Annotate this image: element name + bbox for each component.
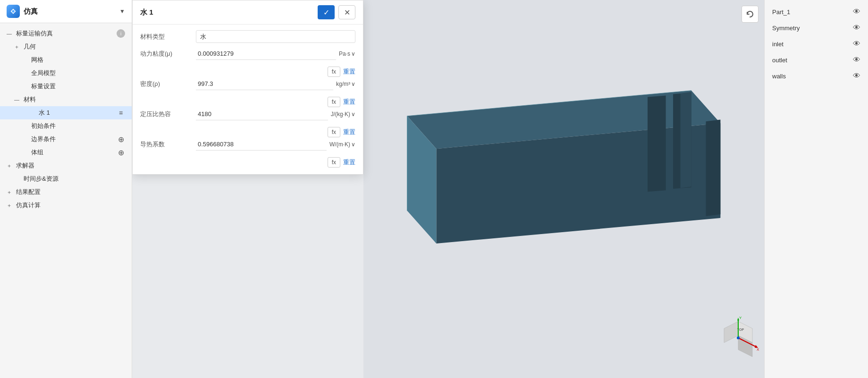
density-reset-button[interactable]: 重置 <box>343 98 355 106</box>
add-icon[interactable]: ⊕ <box>117 135 125 143</box>
axes-widget: TOP Y X <box>717 317 759 359</box>
sidebar-item-label: 边界条件 <box>31 135 115 143</box>
sidebar-item-label: 求解器 <box>16 161 125 170</box>
density-fx-button[interactable]: fx <box>328 97 340 107</box>
specific-heat-fx-button[interactable]: fx <box>328 127 340 137</box>
sidebar-item-result-config[interactable]: ＋ 结果配置 <box>0 185 132 199</box>
sidebar-item-sim-calc[interactable]: ＋ 仿真计算 <box>0 199 132 212</box>
sidebar-item-scalar-settings[interactable]: 标量设置 <box>0 80 132 93</box>
sidebar-item-materials[interactable]: — 材料 <box>0 93 132 106</box>
material-dialog: 水 1 ✓ ✕ 材料类型 水 动力粘度(μ) <box>132 0 363 175</box>
sidebar-item-global-model[interactable]: 全局模型 <box>0 67 132 80</box>
dialog-title: 水 1 <box>140 8 314 17</box>
density-input[interactable] <box>196 78 333 90</box>
svg-marker-7 <box>706 119 721 216</box>
sidebar-item-mesh[interactable]: 网格 <box>0 53 132 67</box>
minus-icon: — <box>14 97 21 102</box>
sidebar-item-water1[interactable]: 水 1 ≡ <box>0 106 132 119</box>
right-panel: Part_1 👁 Symmetry 👁 inlet 👁 outlet 👁 wal… <box>764 0 868 378</box>
visibility-icon-inlet[interactable]: 👁 <box>853 40 860 48</box>
plus-icon: ＋ <box>14 43 21 50</box>
plus-icon: ＋ <box>7 202 13 209</box>
sidebar-item-label: 仿真计算 <box>16 201 125 210</box>
viewport-3d[interactable]: TOP Y X <box>363 0 764 378</box>
plus-icon: ＋ <box>7 189 13 196</box>
material-type-select[interactable]: 水 <box>196 30 355 43</box>
sidebar-item-badge: i <box>117 29 125 38</box>
sidebar-item-label: 标量运输仿真 <box>16 29 115 38</box>
material-type-label: 材料类型 <box>140 33 192 41</box>
thermal-conductivity-reset-button[interactable]: 重置 <box>343 158 355 167</box>
app-icon <box>7 5 20 18</box>
sidebar-item-label: 水 1 <box>39 109 115 117</box>
right-item-label: inlet <box>772 41 849 48</box>
viscosity-unit[interactable]: Pa·s ∨ <box>339 50 355 57</box>
viscosity-control: Pa·s ∨ <box>196 48 355 60</box>
visibility-icon-outlet[interactable]: 👁 <box>853 56 860 64</box>
thermal-conductivity-unit[interactable]: W/(m·K) ∨ <box>329 141 355 148</box>
sidebar: 仿真 ▼ — 标量运输仿真 i ＋ 几何 网格 全局模型 标量设置 <box>0 0 132 378</box>
thermal-conductivity-fx-button[interactable]: fx <box>328 157 340 168</box>
sidebar-item-solver[interactable]: ＋ 求解器 <box>0 159 132 172</box>
viscosity-label: 动力粘度(μ) <box>140 50 192 58</box>
visibility-icon-part1[interactable]: 👁 <box>853 8 860 16</box>
plus-icon: ＋ <box>7 162 13 169</box>
right-item-inlet: inlet 👁 <box>765 36 868 52</box>
sidebar-title: 仿真 <box>24 7 116 16</box>
dialog-confirm-button[interactable]: ✓ <box>318 5 335 19</box>
thermal-conductivity-actions: fx 重置 <box>140 155 355 168</box>
visibility-icon-symmetry[interactable]: 👁 <box>853 24 860 32</box>
thermal-conductivity-input[interactable] <box>196 138 327 151</box>
sidebar-item-body-group[interactable]: 体组 ⊕ <box>0 146 132 159</box>
density-row: 密度(ρ) kg/m³ ∨ <box>140 78 355 90</box>
axes-svg: TOP Y X <box>717 317 759 359</box>
sidebar-item-label: 结果配置 <box>16 188 125 196</box>
sidebar-item-label: 全局模型 <box>31 69 125 77</box>
thermal-conductivity-control: W/(m·K) ∨ <box>196 138 355 151</box>
right-item-label: Symmetry <box>772 25 849 32</box>
reset-view-button[interactable] <box>742 6 758 23</box>
thermal-conductivity-row: 导热系数 W/(m·K) ∨ <box>140 138 355 151</box>
viscosity-fx-button[interactable]: fx <box>328 67 340 77</box>
main-area: 水 1 ✓ ✕ 材料类型 水 动力粘度(μ) <box>132 0 868 378</box>
minus-icon: — <box>7 31 13 36</box>
svg-marker-5 <box>680 92 691 188</box>
sidebar-item-label: 材料 <box>24 95 125 104</box>
right-item-part1: Part_1 👁 <box>765 4 868 20</box>
specific-heat-input[interactable] <box>196 108 328 120</box>
add-icon[interactable]: ⊕ <box>117 148 125 157</box>
sidebar-item-boundary-conditions[interactable]: 边界条件 ⊕ <box>0 133 132 146</box>
specific-heat-unit[interactable]: J/(kg·K) ∨ <box>331 111 355 118</box>
sidebar-item-geometry[interactable]: ＋ 几何 <box>0 40 132 53</box>
svg-point-17 <box>737 336 740 339</box>
dialog-header: 水 1 ✓ ✕ <box>133 0 363 25</box>
sidebar-item-label: 标量设置 <box>31 82 125 91</box>
sidebar-item-scalar-transport[interactable]: — 标量运输仿真 i <box>0 27 132 40</box>
viewport-svg <box>363 0 764 378</box>
viscosity-row: 动力粘度(μ) Pa·s ∨ <box>140 48 355 60</box>
visibility-icon-walls[interactable]: 👁 <box>853 72 860 80</box>
svg-marker-6 <box>648 96 666 192</box>
material-type-control: 水 <box>196 30 355 43</box>
density-unit[interactable]: kg/m³ ∨ <box>336 81 355 87</box>
sidebar-item-label: 时间步&资源 <box>24 175 125 183</box>
thermal-conductivity-label: 导热系数 <box>140 140 192 149</box>
sidebar-header: 仿真 ▼ <box>0 0 132 23</box>
sidebar-tree: — 标量运输仿真 i ＋ 几何 网格 全局模型 标量设置 — 材料 <box>0 23 132 378</box>
specific-heat-label: 定压比热容 <box>140 110 192 118</box>
sidebar-item-initial-conditions[interactable]: 初始条件 <box>0 119 132 133</box>
specific-heat-actions: fx 重置 <box>140 125 355 138</box>
specific-heat-row: 定压比热容 J/(kg·K) ∨ <box>140 108 355 120</box>
right-item-walls: walls 👁 <box>765 68 868 84</box>
right-item-label: walls <box>772 73 849 80</box>
viscosity-input[interactable] <box>196 48 336 60</box>
viscosity-reset-button[interactable]: 重置 <box>343 67 355 76</box>
right-item-symmetry: Symmetry 👁 <box>765 20 868 36</box>
svg-point-0 <box>12 10 14 12</box>
dialog-close-button[interactable]: ✕ <box>338 5 355 19</box>
specific-heat-reset-button[interactable]: 重置 <box>343 128 355 136</box>
sidebar-collapse-icon[interactable]: ▼ <box>119 8 125 15</box>
sidebar-item-time-step[interactable]: 时间步&资源 <box>0 172 132 185</box>
right-item-label: outlet <box>772 57 849 64</box>
svg-marker-11 <box>724 321 738 343</box>
